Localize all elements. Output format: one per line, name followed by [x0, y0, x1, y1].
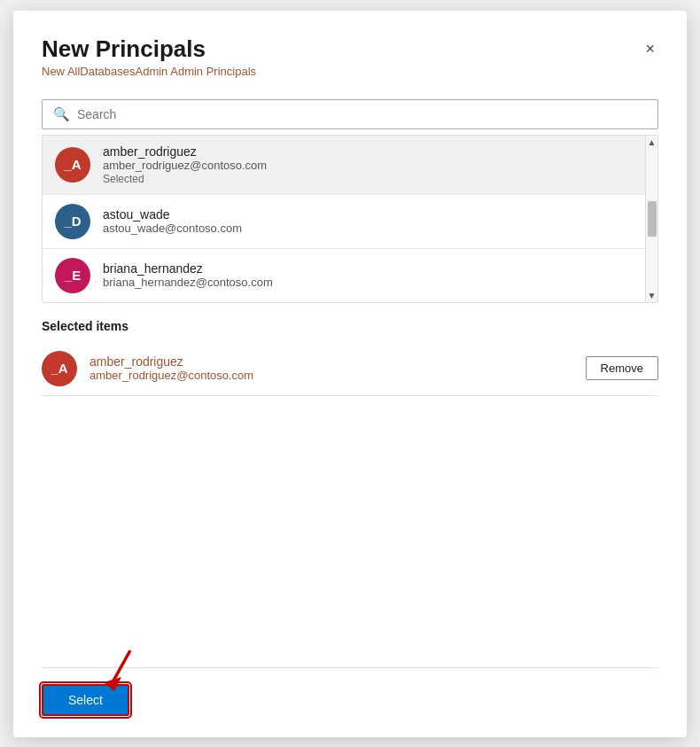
- avatar: _A: [42, 351, 77, 386]
- item-info: astou_wade astou_wade@contoso.com: [103, 207, 242, 235]
- avatar: _A: [55, 147, 90, 183]
- svg-line-0: [113, 650, 130, 682]
- arrow-container: Select: [42, 684, 129, 716]
- dialog-subtitle: New AllDatabasesAdmin Admin Principals: [42, 65, 256, 78]
- scroll-up-arrow[interactable]: ▲: [648, 137, 657, 147]
- search-input[interactable]: [77, 107, 647, 121]
- avatar: _D: [55, 204, 90, 239]
- avatar: _E: [55, 258, 90, 293]
- remove-button[interactable]: Remove: [586, 356, 658, 380]
- selected-items-title: Selected items: [42, 319, 658, 333]
- item-info: briana_hernandez briana_hernandez@contos…: [103, 261, 273, 289]
- red-arrow-icon: [95, 649, 148, 693]
- dialog-footer: Select: [42, 667, 658, 716]
- dialog-title: New Principals: [42, 35, 256, 63]
- item-name: briana_hernandez: [103, 261, 273, 276]
- item-name: amber_rodriguez: [103, 144, 267, 159]
- dialog-header: New Principals New AllDatabasesAdmin Adm…: [42, 35, 658, 94]
- selected-user-info: amber_rodriguez amber_rodriguez@contoso.…: [89, 354, 253, 382]
- scroll-down-arrow[interactable]: ▼: [648, 291, 657, 300]
- item-email: briana_hernandez@contoso.com: [103, 276, 273, 289]
- item-email: amber_rodriguez@contoso.com: [103, 159, 267, 172]
- selected-items-section: Selected items _A amber_rodriguez amber_…: [42, 319, 658, 396]
- selected-items-list: _A amber_rodriguez amber_rodriguez@conto…: [42, 342, 658, 396]
- selected-user-name: amber_rodriguez: [89, 354, 253, 369]
- selected-user-row: _A amber_rodriguez amber_rodriguez@conto…: [42, 342, 658, 396]
- list-item[interactable]: _A amber_rodriguez amber_rodriguez@conto…: [43, 136, 657, 195]
- list-item[interactable]: _D astou_wade astou_wade@contoso.com: [43, 195, 657, 249]
- new-principals-dialog: New Principals New AllDatabasesAdmin Adm…: [13, 11, 687, 737]
- scroll-thumb[interactable]: [648, 201, 657, 237]
- selected-user-left: _A amber_rodriguez amber_rodriguez@conto…: [42, 351, 253, 386]
- item-email: astou_wade@contoso.com: [103, 222, 242, 235]
- list-item[interactable]: _E briana_hernandez briana_hernandez@con…: [43, 249, 657, 302]
- item-name: astou_wade: [103, 207, 242, 222]
- item-status: Selected: [103, 173, 267, 185]
- search-icon: 🔍: [53, 106, 70, 122]
- search-container: 🔍: [42, 99, 658, 129]
- selected-user-email: amber_rodriguez@contoso.com: [89, 369, 253, 382]
- item-info: amber_rodriguez amber_rodriguez@contoso.…: [103, 144, 267, 185]
- principals-list: _A amber_rodriguez amber_rodriguez@conto…: [42, 135, 658, 303]
- scrollbar[interactable]: ▲ ▼: [645, 136, 657, 302]
- close-button[interactable]: ×: [642, 37, 658, 60]
